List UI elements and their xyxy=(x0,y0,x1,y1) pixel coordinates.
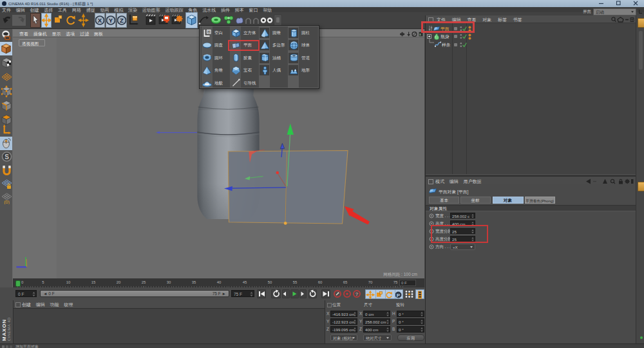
svg-text:X: X xyxy=(98,17,102,24)
svg-text:P: P xyxy=(397,292,401,298)
svg-text:(0): (0) xyxy=(4,200,10,204)
svg-text:S: S xyxy=(5,153,9,160)
svg-text:Z: Z xyxy=(120,17,124,24)
svg-text:0: 0 xyxy=(208,30,210,34)
svg-text:Y: Y xyxy=(109,17,113,24)
svg-text:?: ? xyxy=(355,291,359,297)
